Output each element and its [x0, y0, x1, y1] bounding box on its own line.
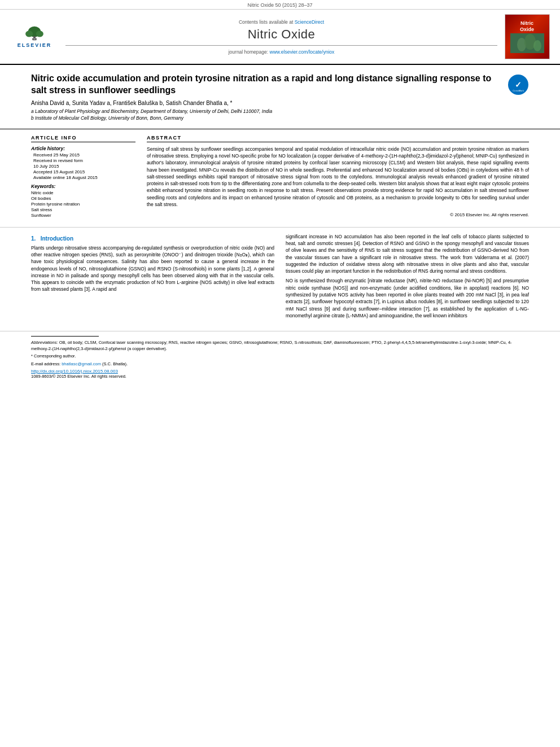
cover-title: NitricOxide	[520, 20, 534, 33]
article-history-block: Article history: Received 25 May 2015 Re…	[31, 146, 135, 180]
article-info-column: ARTICLE INFO Article history: Received 2…	[31, 135, 135, 221]
doi-link[interactable]: http://dx.doi.org/10.1016/j.niox.2015.08…	[31, 369, 118, 374]
journal-cover-area: NitricOxide	[503, 14, 551, 59]
homepage-line: journal homepage: www.elsevier.com/locat…	[229, 49, 335, 55]
email-line: E-mail address: bhatlasc@gmail.com (S.C.…	[31, 361, 529, 366]
keywords-label: Keywords:	[31, 184, 135, 189]
top-bar: Nitric Oxide 50 (2015) 28–37	[0, 0, 560, 10]
article-info-header: ARTICLE INFO	[31, 135, 135, 142]
journal-header: ELSEVIER Contents lists available at Sci…	[0, 10, 560, 65]
keyword-4: Salt stress	[31, 207, 135, 212]
abstract-header: ABSTRACT	[147, 135, 529, 142]
svg-text:✓: ✓	[515, 80, 522, 89]
date-accepted: Accepted 15 August 2015	[33, 169, 135, 174]
intro-paragraph-1: Plants undergo nitrosative stress accomp…	[31, 244, 274, 293]
body-col-left: 1. Introduction Plants undergo nitrosati…	[31, 233, 274, 322]
body-col-right: significant increase in NO accumulation …	[286, 233, 529, 322]
intro-section-title: 1. Introduction	[31, 235, 274, 242]
cover-art-icon	[510, 33, 544, 53]
date-received: Received 25 May 2015	[33, 152, 135, 158]
corresponding-author-note: * Corresponding author.	[31, 353, 529, 360]
page-wrapper: Nitric Oxide 50 (2015) 28–37 ELSEVIER	[0, 0, 560, 381]
elsevier-tree-icon	[18, 25, 51, 41]
footnote-section: Abbreviations: OB, oil body; CLSM, Confo…	[0, 331, 560, 381]
intro-paragraph-3: NO is synthesized through enzymatic [nit…	[286, 277, 529, 319]
homepage-url[interactable]: www.elsevier.com/locate/yniox	[270, 49, 335, 55]
svg-point-11	[533, 40, 541, 51]
journal-title: Nitric Oxide	[248, 27, 316, 42]
abstract-text: Sensing of salt stress by sunflower seed…	[147, 146, 529, 208]
date-revised: 10 July 2015	[33, 164, 135, 169]
svg-rect-5	[32, 38, 36, 40]
abstract-column: ABSTRACT Sensing of salt stress by sunfl…	[147, 135, 529, 221]
keywords-block: Keywords: Nitric oxide Oil bodies Protei…	[31, 184, 135, 218]
journal-info-center: Contents lists available at ScienceDirec…	[65, 14, 497, 59]
affiliation-b: b Institute of Molecular Cell Biology, U…	[31, 115, 529, 121]
keyword-2: Oil bodies	[31, 196, 135, 201]
abbreviations-text: Abbreviations: OB, oil body; CLSM, Confo…	[31, 340, 529, 352]
keyword-5: Sunflower	[31, 213, 135, 218]
doi-line: http://dx.doi.org/10.1016/j.niox.2015.08…	[31, 369, 529, 374]
article-title-row: Nitric oxide accumulation and protein ty…	[31, 73, 529, 97]
footnote-divider	[31, 336, 99, 337]
sciencedirect-link[interactable]: ScienceDirect	[295, 19, 324, 25]
crossmark-svg: ✓ CrossMark	[510, 77, 526, 93]
sciencedirect-line: Contents lists available at ScienceDirec…	[239, 19, 324, 25]
date-online: Available online 18 August 2015	[33, 175, 135, 180]
article-info-abstract-section: ARTICLE INFO Article history: Received 2…	[0, 129, 560, 228]
authors-line: Anisha David a, Sunita Yadav a, Františe…	[31, 100, 529, 106]
crossmark-badge: ✓ CrossMark	[508, 74, 529, 95]
journal-reference: Nitric Oxide 50 (2015) 28–37	[247, 2, 312, 8]
crossmark-icon: ✓ CrossMark	[508, 75, 528, 95]
keyword-1: Nitric oxide	[31, 190, 135, 195]
elsevier-logo-area: ELSEVIER	[9, 14, 60, 59]
cover-image	[510, 33, 544, 53]
header-divider	[65, 45, 497, 46]
svg-point-2	[25, 30, 33, 37]
history-label: Article history:	[31, 146, 135, 151]
elsevier-text: ELSEVIER	[18, 42, 52, 48]
email-link[interactable]: bhatlasc@gmail.com	[62, 361, 101, 366]
issn-line: 1089-8603/© 2015 Elsevier Inc. All right…	[31, 374, 529, 379]
keyword-3: Protein tyrosine nitration	[31, 202, 135, 207]
copyright-line: © 2015 Elsevier Inc. All rights reserved…	[147, 212, 529, 217]
affiliation-a: a Laboratory of Plant Physiology and Bio…	[31, 108, 529, 114]
article-title: Nitric oxide accumulation and protein ty…	[31, 73, 501, 97]
svg-text:CrossMark: CrossMark	[513, 89, 523, 92]
body-two-columns: 1. Introduction Plants undergo nitrosati…	[31, 233, 529, 322]
intro-paragraph-2: significant increase in NO accumulation …	[286, 233, 529, 275]
date-revised-label: Received in revised form	[33, 158, 135, 163]
journal-cover: NitricOxide	[505, 14, 550, 59]
svg-point-3	[36, 30, 43, 37]
main-body: 1. Introduction Plants undergo nitrosati…	[0, 228, 560, 328]
svg-point-4	[33, 36, 36, 38]
article-section: Nitric oxide accumulation and protein ty…	[0, 65, 560, 129]
